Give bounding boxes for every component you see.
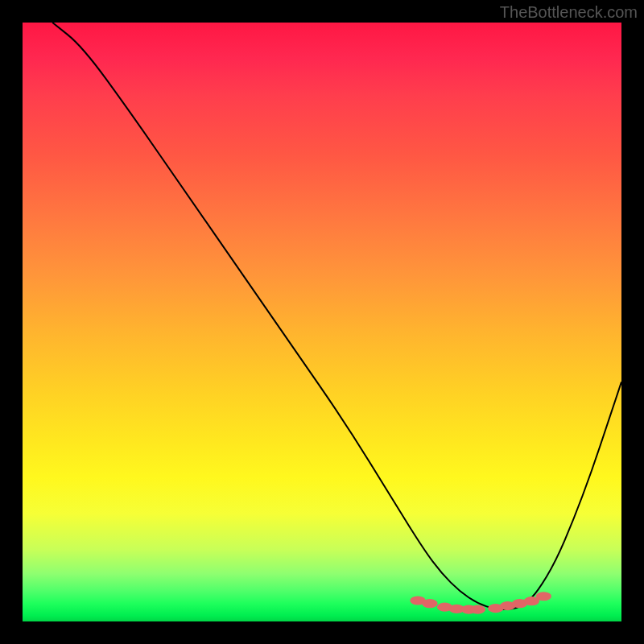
chart-plot-area: [23, 23, 621, 621]
watermark-text: TheBottleneck.com: [500, 3, 638, 22]
bottleneck-curve-line: [52, 23, 621, 609]
marker-dot: [422, 599, 437, 608]
optimal-zone-markers: [410, 592, 551, 614]
marker-dot: [536, 592, 551, 601]
chart-svg: [23, 23, 621, 621]
marker-dot: [470, 605, 485, 614]
